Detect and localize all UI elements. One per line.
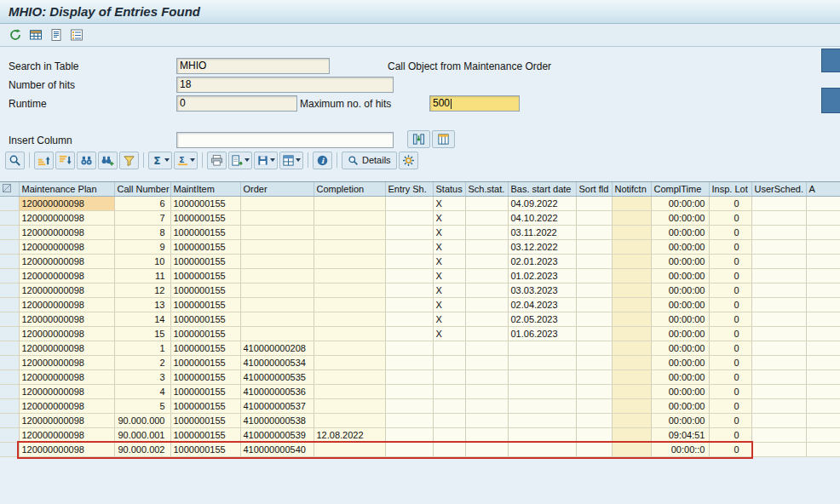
cell-call-number[interactable]: 12 xyxy=(114,284,170,298)
max-hits-field[interactable]: 500 xyxy=(429,95,520,112)
row-selector[interactable] xyxy=(0,443,19,457)
cell-completion[interactable] xyxy=(314,370,385,385)
column-header-sch-stat[interactable]: Sch.stat. xyxy=(465,182,508,197)
cell-insp-lot[interactable]: 0 xyxy=(709,298,751,312)
cell-sch-stat[interactable] xyxy=(465,211,508,226)
cell-call-number[interactable]: 2 xyxy=(114,356,170,370)
cell-compltime[interactable]: 09:04:51 xyxy=(651,428,709,443)
sort-descending-button[interactable] xyxy=(55,152,75,169)
cell-compltime[interactable]: 00:00:00 xyxy=(651,211,709,226)
column-header-a[interactable]: A xyxy=(806,182,840,197)
save-file-button[interactable] xyxy=(254,152,278,169)
cell-bas-start-date[interactable]: 02.04.2023 xyxy=(508,298,576,312)
row-selector[interactable] xyxy=(0,312,19,327)
cell-maintitem[interactable]: 1000000155 xyxy=(170,226,240,240)
cell-compltime[interactable]: 00:00:00 xyxy=(651,356,709,370)
cell-compltime[interactable]: 00:00:00 xyxy=(651,414,709,428)
cell-sort-fld[interactable] xyxy=(576,385,612,399)
cell-maintenance-plan[interactable]: 120000000098 xyxy=(19,284,114,298)
cell-compltime[interactable]: 00:00:00 xyxy=(651,385,709,399)
cell-maintenance-plan[interactable]: 120000000098 xyxy=(19,312,114,327)
cell-sort-fld[interactable] xyxy=(576,255,612,269)
cell-completion[interactable] xyxy=(314,240,385,255)
cell-completion[interactable] xyxy=(314,414,385,428)
cell-entry-sh[interactable] xyxy=(385,255,433,269)
cell-maintitem[interactable]: 1000000155 xyxy=(170,197,240,211)
cell-status[interactable] xyxy=(433,399,465,414)
cell-usersched[interactable] xyxy=(751,341,806,356)
cell-insp-lot[interactable]: 0 xyxy=(709,284,751,298)
cell-a[interactable] xyxy=(806,298,840,312)
row-selector[interactable] xyxy=(0,298,19,312)
cell-sort-fld[interactable] xyxy=(576,240,612,255)
cell-a[interactable] xyxy=(806,428,840,443)
cell-maintenance-plan[interactable]: 120000000098 xyxy=(19,197,114,211)
cell-notifctn[interactable] xyxy=(612,385,651,399)
cell-bas-start-date[interactable] xyxy=(508,428,576,443)
cell-maintenance-plan[interactable]: 120000000098 xyxy=(19,341,114,356)
cell-notifctn[interactable] xyxy=(612,327,651,341)
cell-bas-start-date[interactable] xyxy=(508,356,576,370)
cell-a[interactable] xyxy=(806,399,840,414)
cell-usersched[interactable] xyxy=(751,312,806,327)
cell-completion[interactable] xyxy=(314,197,385,211)
cell-compltime[interactable]: 00:00:00 xyxy=(651,284,709,298)
cell-order[interactable] xyxy=(240,226,314,240)
cell-entry-sh[interactable] xyxy=(385,428,433,443)
cell-order[interactable]: 410000000537 xyxy=(240,399,314,414)
cell-completion[interactable] xyxy=(314,226,385,240)
cell-sort-fld[interactable] xyxy=(576,327,612,341)
choose-layout-button[interactable] xyxy=(279,152,303,169)
cell-order[interactable]: 410000000535 xyxy=(240,370,314,385)
cell-maintitem[interactable]: 1000000155 xyxy=(170,385,240,399)
cell-usersched[interactable] xyxy=(751,255,806,269)
cell-a[interactable] xyxy=(806,240,840,255)
cell-call-number[interactable]: 6 xyxy=(114,197,170,211)
cell-completion[interactable] xyxy=(314,327,385,341)
cell-order[interactable]: 410000000208 xyxy=(240,341,314,356)
settings-button[interactable] xyxy=(399,152,418,169)
cell-maintenance-plan[interactable]: 120000000098 xyxy=(19,443,114,457)
cell-a[interactable] xyxy=(806,284,840,298)
cell-insp-lot[interactable]: 0 xyxy=(709,341,751,356)
cell-usersched[interactable] xyxy=(751,269,806,284)
find-next-button[interactable] xyxy=(98,152,118,169)
column-header-status[interactable]: Status xyxy=(433,182,465,197)
cell-bas-start-date[interactable] xyxy=(508,385,576,399)
cell-notifctn[interactable] xyxy=(612,226,651,240)
cell-sch-stat[interactable] xyxy=(465,269,508,284)
cell-order[interactable]: 410000000536 xyxy=(240,385,314,399)
cell-entry-sh[interactable] xyxy=(385,284,433,298)
cell-entry-sh[interactable] xyxy=(385,226,433,240)
cell-sort-fld[interactable] xyxy=(576,443,612,457)
cell-sort-fld[interactable] xyxy=(576,312,612,327)
cell-sch-stat[interactable] xyxy=(465,443,508,457)
cell-order[interactable]: 410000000538 xyxy=(240,414,314,428)
cell-compltime[interactable]: 00:00:00 xyxy=(651,269,709,284)
cell-bas-start-date[interactable]: 03.03.2023 xyxy=(508,284,576,298)
row-selector[interactable] xyxy=(0,255,19,269)
cell-notifctn[interactable] xyxy=(612,269,651,284)
cell-insp-lot[interactable]: 0 xyxy=(709,197,751,211)
cell-notifctn[interactable] xyxy=(612,414,651,428)
list-button[interactable] xyxy=(68,26,85,43)
cell-maintenance-plan[interactable]: 120000000098 xyxy=(19,269,114,284)
cell-completion[interactable] xyxy=(314,399,385,414)
cell-insp-lot[interactable]: 0 xyxy=(709,370,751,385)
cell-insp-lot[interactable]: 0 xyxy=(709,327,751,341)
cell-notifctn[interactable] xyxy=(612,284,651,298)
cell-usersched[interactable] xyxy=(751,284,806,298)
cell-notifctn[interactable] xyxy=(612,312,651,327)
cell-maintenance-plan[interactable]: 120000000098 xyxy=(19,240,114,255)
cell-order[interactable] xyxy=(240,269,314,284)
row-selector[interactable] xyxy=(0,327,19,341)
cell-a[interactable] xyxy=(806,414,840,428)
cell-bas-start-date[interactable]: 02.01.2023 xyxy=(508,255,576,269)
cell-bas-start-date[interactable]: 03.12.2022 xyxy=(508,240,576,255)
cell-maintitem[interactable]: 1000000155 xyxy=(170,298,240,312)
cell-sch-stat[interactable] xyxy=(465,284,508,298)
cell-a[interactable] xyxy=(806,385,840,399)
cell-maintitem[interactable]: 1000000155 xyxy=(170,269,240,284)
cell-completion[interactable] xyxy=(314,255,385,269)
cell-compltime[interactable]: 00:00:00 xyxy=(651,370,709,385)
